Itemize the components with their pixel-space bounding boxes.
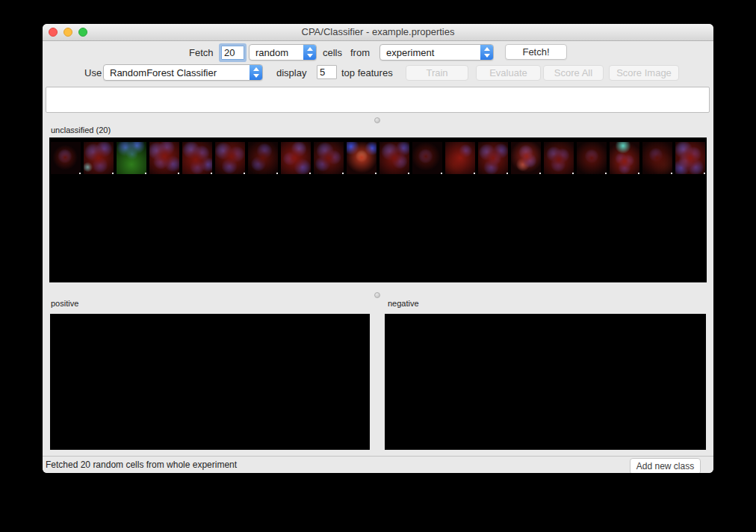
app-window: CPA/Classifier - example.properties Fetc… [43, 24, 713, 473]
cell-tile[interactable] [117, 142, 146, 174]
negative-bin-label: negative [388, 299, 419, 308]
cell-tile[interactable] [215, 142, 245, 174]
chevron-updown-icon [303, 45, 316, 60]
chevron-updown-icon [480, 45, 493, 60]
train-button[interactable]: Train [406, 65, 468, 81]
cell-tile[interactable] [610, 142, 639, 174]
from-label: from [350, 47, 370, 58]
cell-tile[interactable] [248, 142, 278, 174]
negative-bin-board[interactable] [385, 314, 706, 450]
cell-tile[interactable] [511, 142, 541, 174]
cells-label: cells [323, 47, 342, 58]
cell-tile[interactable] [544, 142, 574, 174]
unclassified-board[interactable] [49, 137, 707, 282]
fetch-count-input[interactable] [221, 46, 244, 60]
cell-tile[interactable] [577, 142, 607, 174]
splitter-handle[interactable] [374, 117, 380, 123]
cell-tile[interactable] [182, 142, 212, 174]
cell-tile[interactable] [314, 142, 344, 174]
cell-tile[interactable] [281, 142, 311, 174]
display-label: display [276, 67, 306, 78]
desktop: { "window": { "title": "CPA/Classifier -… [0, 0, 756, 532]
cell-tile[interactable] [445, 142, 475, 174]
fetch-method-value: random [250, 47, 303, 58]
cell-tile[interactable] [412, 142, 442, 174]
use-label: Use [84, 67, 102, 78]
splitter-handle[interactable] [374, 292, 380, 298]
cell-tile[interactable] [379, 142, 409, 174]
cell-tile[interactable] [149, 142, 179, 174]
classifier-dropdown[interactable]: RandomForest Classifier [103, 64, 263, 81]
fetch-source-dropdown[interactable]: experiment [379, 44, 494, 61]
cell-tile[interactable] [84, 142, 114, 174]
fetch-button[interactable]: Fetch! [505, 44, 567, 60]
add-new-class-button[interactable]: Add new class [630, 458, 701, 473]
score-image-button[interactable]: Score Image [609, 65, 679, 81]
cell-tile[interactable] [51, 142, 81, 174]
window-title: CPA/Classifier - example.properties [43, 26, 713, 37]
status-bar: Fetched 20 random cells from whole exper… [43, 456, 713, 473]
chevron-updown-icon [250, 65, 262, 80]
positive-bin-label: positive [51, 299, 78, 308]
cell-tile[interactable] [675, 142, 705, 174]
positive-bin-board[interactable] [50, 314, 370, 450]
fetch-method-dropdown[interactable]: random [249, 44, 317, 61]
fetch-source-value: experiment [380, 47, 480, 58]
title-bar[interactable]: CPA/Classifier - example.properties [43, 24, 713, 41]
cell-tile[interactable] [478, 142, 508, 174]
classifier-value: RandomForest Classifier [104, 67, 250, 78]
unclassified-label: unclassified (20) [51, 126, 111, 134]
cell-tile[interactable] [642, 142, 672, 174]
evaluate-button[interactable]: Evaluate [476, 65, 541, 81]
top-features-label: top features [341, 67, 393, 78]
display-count-input[interactable] [317, 65, 337, 79]
score-all-button[interactable]: Score All [543, 65, 604, 81]
rules-text-area[interactable] [46, 87, 710, 113]
status-message: Fetched 20 random cells from whole exper… [46, 460, 237, 470]
cell-tile[interactable] [347, 142, 377, 174]
fetch-label: Fetch [189, 47, 214, 58]
